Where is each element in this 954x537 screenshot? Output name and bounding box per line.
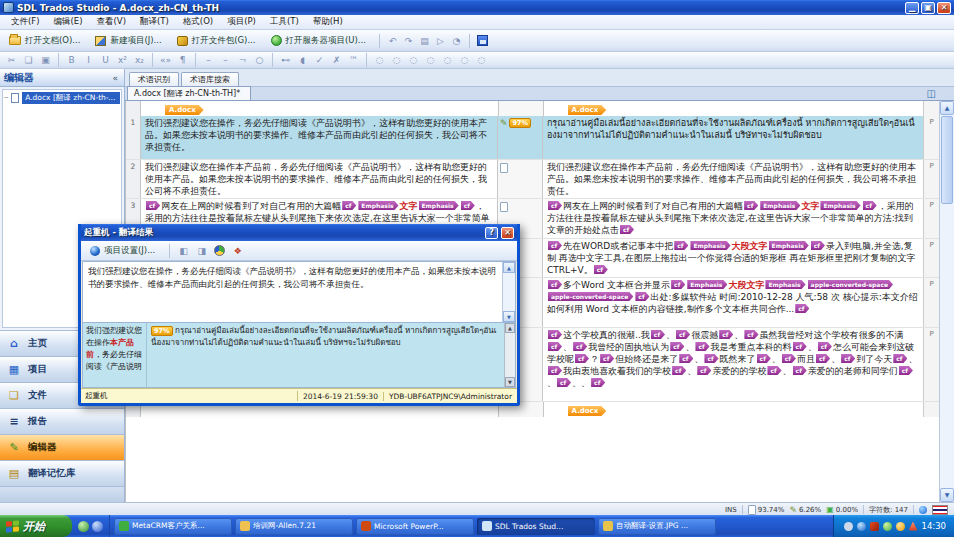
segment-status[interactable] [497, 160, 543, 198]
new-project-button[interactable]: 新建项目(J)... [90, 33, 169, 49]
target-cell[interactable]: 我们强烈建议您在操作本产品前，务必先仔细阅读《产品说明书》，这样有助您更好的使用… [543, 160, 923, 198]
apply-translation-icon[interactable]: ◧ [176, 244, 191, 258]
underline-icon[interactable]: U [98, 53, 113, 67]
target-cell[interactable]: A.docx [544, 402, 923, 417]
lookup-icon-1[interactable]: ◌ [372, 53, 387, 67]
redo-icon[interactable]: ↷ [401, 34, 416, 48]
source-cell[interactable]: A.docx [141, 101, 498, 116]
tray-update-icon[interactable] [857, 522, 866, 531]
dash-icon-3[interactable]: ¬ [235, 53, 250, 67]
tray-download-icon[interactable] [896, 522, 905, 531]
reject-segment-icon[interactable]: ✗ [329, 53, 344, 67]
concordance-search-icon[interactable]: ❖ [230, 244, 245, 258]
lookup-icon-3[interactable]: ◌ [406, 53, 421, 67]
open-document-button[interactable]: 打开文档(O)... [4, 33, 88, 49]
segment-status[interactable]: ✎97% [497, 116, 543, 159]
segment-status[interactable] [498, 101, 544, 116]
target-cell[interactable]: cf这个学校真的很潮..我cf、cf很震撼cf、cf虽然我曾经对这个学校有很多的… [543, 328, 923, 401]
menu-edit[interactable]: 编辑(E) [47, 15, 90, 29]
source-cell[interactable]: 我们强烈建议您在操作，务必先仔细阅读《产品说明书》，这样有助您更好的使用本产品。… [141, 116, 497, 159]
target-cell[interactable]: กรุณาอ่านคู่มือเล่มนี้อย่างละเอียดก่อนที… [543, 116, 923, 159]
undo-icon[interactable]: ↶ [385, 34, 400, 48]
minimize-button[interactable]: ▁ [905, 2, 919, 14]
copy-icon[interactable]: ❏ [21, 53, 36, 67]
print-icon[interactable]: ▤ [417, 34, 432, 48]
lookup-icon-2[interactable]: ◌ [389, 53, 404, 67]
trademark-icon[interactable]: ™ [346, 53, 361, 67]
insert-tag-icon[interactable]: «» [158, 53, 173, 67]
target-cell[interactable]: cf先在WORD或者记事本中把cfEmphasis大段文字Emphasiscf录… [543, 239, 923, 277]
tray-clock[interactable]: 14:30 [922, 521, 947, 531]
save-icon[interactable] [475, 34, 490, 48]
tab-termbase-search[interactable]: 术语库搜索 [181, 72, 239, 86]
target-cell[interactable]: cf多个Word 文本框合并显示cfEmphasis大段文字Emphasisap… [543, 278, 923, 327]
target-cell[interactable]: A.docx [544, 101, 923, 116]
lookup-icon-4[interactable]: ◌ [423, 53, 438, 67]
source-cell[interactable]: 我们强烈建议您在操作本产品前，务必先仔细阅读《产品说明书》，这样有助您更好的使用… [141, 160, 497, 198]
dash-icon-2[interactable]: – [218, 53, 233, 67]
task-button-folder[interactable]: 培训网-Allen.7.21 [235, 518, 353, 535]
document-tab[interactable]: A.docx [翻译 zh-CN-th-TH]* [127, 86, 251, 100]
dialog-help-icon[interactable]: ? [485, 227, 498, 239]
speech-icon[interactable]: ◖ [295, 53, 310, 67]
menu-file[interactable]: 文件(F) [4, 15, 47, 29]
bold-icon[interactable]: B [64, 53, 79, 67]
tree-item-document[interactable]: ┄ A.docx [翻译 zh-CN-th-TH] [4, 92, 120, 104]
cut-icon[interactable]: ✂ [4, 53, 19, 67]
preview-icon[interactable]: ▷ [433, 34, 448, 48]
quick-launch-2-icon[interactable] [92, 521, 103, 532]
link-icon[interactable]: ⊷ [278, 53, 293, 67]
circle-icon[interactable]: ○ [252, 53, 267, 67]
open-package-button[interactable]: 打开文件包(G)... [172, 33, 264, 49]
project-settings-button[interactable]: 项目设置(J)... [85, 243, 163, 259]
compare-scroll-up-icon[interactable]: ▲ [505, 323, 515, 333]
sidebar-item-translation-memories[interactable]: ▤翻译记忆库 [0, 460, 124, 486]
dialog-close-icon[interactable]: ✕ [501, 227, 514, 239]
dialog-scrollbar[interactable]: ▲ ▼ [502, 262, 515, 322]
scroll-down-icon[interactable]: ▼ [940, 488, 954, 502]
open-server-project-button[interactable]: 打开服务器项目(U)... [266, 33, 374, 49]
tray-im-icon[interactable] [883, 522, 892, 531]
scroll-up-icon[interactable]: ▲ [940, 101, 954, 115]
task-button-image-file[interactable]: 自动翻译-设置.JPG ... [598, 518, 716, 535]
subscript-icon[interactable]: x₂ [132, 53, 147, 67]
tray-antivirus-icon[interactable] [870, 522, 879, 531]
editor-scrollbar[interactable]: ▲ ▼ [939, 101, 954, 502]
settings-pie-icon[interactable] [212, 244, 227, 258]
task-button-trados[interactable]: SDL Trados Stud... [477, 518, 595, 535]
compare-scroll-down-icon[interactable]: ▼ [505, 377, 515, 387]
dialog-result-text[interactable]: 我们强烈建议您在操作，务必先仔细阅读《产品说明书》，这样有助您更好的使用本产品，… [83, 262, 502, 322]
lookup-icon-5[interactable]: ◌ [440, 53, 455, 67]
tray-alert-icon[interactable] [909, 522, 918, 531]
compare-scrollbar[interactable]: ▲ ▼ [504, 323, 515, 387]
sidebar-item-editor[interactable]: ✎编辑器 [0, 434, 124, 460]
dialog-compare-row[interactable]: 我们强烈建议您在操作本产品前，务必先仔细阅读《产品说明 97% กรุณาอ่า… [82, 323, 516, 388]
tree-twisty-icon[interactable]: ┄ [4, 94, 8, 102]
menu-format[interactable]: 格式(O) [176, 15, 220, 29]
copy-source-icon[interactable]: ◨ [194, 244, 209, 258]
maximize-button[interactable]: ▣ [921, 2, 935, 14]
collapse-panel-icon[interactable]: « [110, 73, 120, 83]
menu-tools[interactable]: 工具(T) [263, 15, 306, 29]
help-icon[interactable]: ◔ [449, 34, 464, 48]
scrollbar-thumb[interactable] [941, 116, 953, 204]
dialog-scroll-down-icon[interactable]: ▼ [503, 311, 515, 322]
start-button[interactable]: 开始 [0, 515, 72, 537]
confirm-segment-icon[interactable]: ✓ [312, 53, 327, 67]
task-button-metacrm[interactable]: MetaCRM客户关系... [114, 518, 232, 535]
quick-launch-1-icon[interactable] [78, 521, 89, 532]
superscript-icon[interactable]: x² [115, 53, 130, 67]
dash-icon-1[interactable]: – [201, 53, 216, 67]
lookup-icon-7[interactable]: ◌ [474, 53, 489, 67]
menu-view[interactable]: 查看(V) [90, 15, 133, 29]
italic-icon[interactable]: I [81, 53, 96, 67]
close-button[interactable]: ✕ [937, 2, 951, 14]
term-recognition-book-icon[interactable]: ◫ [927, 88, 936, 99]
task-button-powerpoint[interactable]: Microsoft PowerP... [356, 518, 474, 535]
target-cell[interactable]: cf网友在上网的时候看到了对自己有用的大篇幅cfEmphasis文字Emphas… [543, 199, 923, 238]
menu-help[interactable]: 帮助(H) [306, 15, 350, 29]
paste-icon[interactable]: ▣ [38, 53, 53, 67]
tray-volume-icon[interactable] [844, 522, 853, 531]
menu-translate[interactable]: 翻译(T) [133, 15, 176, 29]
sidebar-item-reports[interactable]: ≡报告 [0, 408, 124, 434]
